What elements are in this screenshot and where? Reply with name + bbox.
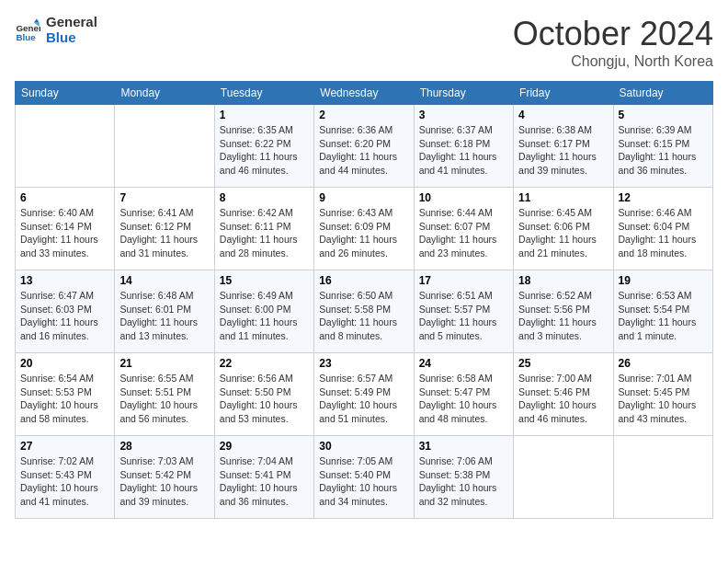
day-number: 21 xyxy=(119,357,209,370)
day-cell: 17Sunrise: 6:51 AMSunset: 5:57 PMDayligh… xyxy=(414,270,513,353)
day-cell: 15Sunrise: 6:49 AMSunset: 6:00 PMDayligh… xyxy=(214,270,313,353)
day-number: 3 xyxy=(419,109,508,121)
logo: General Blue General Blue xyxy=(15,15,97,45)
day-info: Sunrise: 7:01 AMSunset: 5:45 PMDaylight:… xyxy=(619,372,708,426)
col-thursday: Thursday xyxy=(414,82,513,105)
day-info: Sunrise: 6:37 AMSunset: 6:18 PMDaylight:… xyxy=(419,123,508,178)
day-info: Sunrise: 6:47 AMSunset: 6:03 PMDaylight:… xyxy=(20,289,109,343)
day-number: 29 xyxy=(220,440,309,453)
month-title: October 2024 xyxy=(513,15,713,53)
day-info: Sunrise: 6:53 AMSunset: 5:54 PMDaylight:… xyxy=(619,289,708,343)
day-info: Sunrise: 7:04 AMSunset: 5:41 PMDaylight:… xyxy=(220,454,309,509)
day-cell: 24Sunrise: 6:58 AMSunset: 5:47 PMDayligh… xyxy=(414,353,513,436)
week-row-4: 20Sunrise: 6:54 AMSunset: 5:53 PMDayligh… xyxy=(16,353,713,436)
day-info: Sunrise: 6:42 AMSunset: 6:11 PMDaylight:… xyxy=(220,206,309,260)
day-cell: 2Sunrise: 6:36 AMSunset: 6:20 PMDaylight… xyxy=(314,105,414,188)
day-number: 9 xyxy=(319,191,408,204)
day-cell: 28Sunrise: 7:03 AMSunset: 5:42 PMDayligh… xyxy=(115,436,214,519)
day-info: Sunrise: 6:55 AMSunset: 5:51 PMDaylight:… xyxy=(119,372,209,426)
logo-icon: General Blue xyxy=(15,17,40,43)
day-number: 15 xyxy=(220,274,309,287)
calendar-table: Sunday Monday Tuesday Wednesday Thursday… xyxy=(15,81,713,519)
day-number: 5 xyxy=(619,109,708,121)
day-number: 25 xyxy=(518,357,608,370)
day-info: Sunrise: 6:56 AMSunset: 5:50 PMDaylight:… xyxy=(220,372,309,426)
day-cell: 22Sunrise: 6:56 AMSunset: 5:50 PMDayligh… xyxy=(214,353,313,436)
col-tuesday: Tuesday xyxy=(214,82,313,105)
day-number: 26 xyxy=(619,357,708,370)
day-number: 20 xyxy=(20,357,109,370)
col-monday: Monday xyxy=(115,82,214,105)
day-cell: 19Sunrise: 6:53 AMSunset: 5:54 PMDayligh… xyxy=(613,270,712,353)
week-row-5: 27Sunrise: 7:02 AMSunset: 5:43 PMDayligh… xyxy=(16,436,713,519)
day-cell: 31Sunrise: 7:06 AMSunset: 5:38 PMDayligh… xyxy=(414,436,513,519)
location: Chongju, North Korea xyxy=(513,53,713,70)
day-cell: 3Sunrise: 6:37 AMSunset: 6:18 PMDaylight… xyxy=(414,105,513,188)
svg-text:Blue: Blue xyxy=(16,31,36,41)
day-number: 19 xyxy=(619,274,708,287)
day-cell: 1Sunrise: 6:35 AMSunset: 6:22 PMDaylight… xyxy=(214,105,313,188)
day-number: 23 xyxy=(319,357,408,370)
day-info: Sunrise: 6:51 AMSunset: 5:57 PMDaylight:… xyxy=(419,289,508,343)
day-cell: 20Sunrise: 6:54 AMSunset: 5:53 PMDayligh… xyxy=(16,353,115,436)
day-number: 2 xyxy=(319,109,408,121)
week-row-2: 6Sunrise: 6:40 AMSunset: 6:14 PMDaylight… xyxy=(16,188,713,270)
day-number: 22 xyxy=(220,357,309,370)
day-info: Sunrise: 6:36 AMSunset: 6:20 PMDaylight:… xyxy=(319,123,408,178)
day-cell: 9Sunrise: 6:43 AMSunset: 6:09 PMDaylight… xyxy=(314,188,414,270)
day-number: 4 xyxy=(518,109,608,121)
day-number: 31 xyxy=(419,440,508,453)
day-number: 28 xyxy=(119,440,209,453)
day-info: Sunrise: 7:00 AMSunset: 5:46 PMDaylight:… xyxy=(518,372,608,426)
day-number: 8 xyxy=(220,191,309,204)
day-number: 1 xyxy=(220,109,309,121)
day-cell: 16Sunrise: 6:50 AMSunset: 5:58 PMDayligh… xyxy=(314,270,414,353)
day-number: 18 xyxy=(518,274,608,287)
day-number: 17 xyxy=(419,274,508,287)
day-cell: 30Sunrise: 7:05 AMSunset: 5:40 PMDayligh… xyxy=(314,436,414,519)
day-info: Sunrise: 6:58 AMSunset: 5:47 PMDaylight:… xyxy=(419,372,508,426)
day-cell xyxy=(115,105,214,188)
day-cell: 12Sunrise: 6:46 AMSunset: 6:04 PMDayligh… xyxy=(613,188,712,270)
day-info: Sunrise: 6:57 AMSunset: 5:49 PMDaylight:… xyxy=(319,372,408,426)
title-block: October 2024 Chongju, North Korea xyxy=(513,15,713,70)
header-row: Sunday Monday Tuesday Wednesday Thursday… xyxy=(16,82,713,105)
day-info: Sunrise: 6:35 AMSunset: 6:22 PMDaylight:… xyxy=(220,123,309,178)
day-cell: 21Sunrise: 6:55 AMSunset: 5:51 PMDayligh… xyxy=(115,353,214,436)
col-sunday: Sunday xyxy=(16,82,115,105)
day-number: 27 xyxy=(20,440,109,453)
day-info: Sunrise: 6:48 AMSunset: 6:01 PMDaylight:… xyxy=(119,289,209,343)
day-number: 16 xyxy=(319,274,408,287)
day-number: 30 xyxy=(319,440,408,453)
day-number: 6 xyxy=(20,191,109,204)
day-info: Sunrise: 6:43 AMSunset: 6:09 PMDaylight:… xyxy=(319,206,408,260)
day-info: Sunrise: 7:02 AMSunset: 5:43 PMDaylight:… xyxy=(20,454,109,509)
day-cell: 10Sunrise: 6:44 AMSunset: 6:07 PMDayligh… xyxy=(414,188,513,270)
day-cell: 23Sunrise: 6:57 AMSunset: 5:49 PMDayligh… xyxy=(314,353,414,436)
day-info: Sunrise: 6:50 AMSunset: 5:58 PMDaylight:… xyxy=(319,289,408,343)
day-cell: 26Sunrise: 7:01 AMSunset: 5:45 PMDayligh… xyxy=(613,353,712,436)
day-cell: 11Sunrise: 6:45 AMSunset: 6:06 PMDayligh… xyxy=(514,188,613,270)
day-info: Sunrise: 6:39 AMSunset: 6:15 PMDaylight:… xyxy=(619,123,708,178)
week-row-1: 1Sunrise: 6:35 AMSunset: 6:22 PMDaylight… xyxy=(16,105,713,188)
day-info: Sunrise: 7:05 AMSunset: 5:40 PMDaylight:… xyxy=(319,454,408,509)
day-cell: 5Sunrise: 6:39 AMSunset: 6:15 PMDaylight… xyxy=(613,105,712,188)
day-info: Sunrise: 6:52 AMSunset: 5:56 PMDaylight:… xyxy=(518,289,608,343)
day-info: Sunrise: 6:45 AMSunset: 6:06 PMDaylight:… xyxy=(518,206,608,260)
day-number: 11 xyxy=(518,191,608,204)
day-cell: 14Sunrise: 6:48 AMSunset: 6:01 PMDayligh… xyxy=(115,270,214,353)
day-number: 14 xyxy=(119,274,209,287)
col-friday: Friday xyxy=(514,82,613,105)
week-row-3: 13Sunrise: 6:47 AMSunset: 6:03 PMDayligh… xyxy=(16,270,713,353)
logo-line1: General xyxy=(46,15,97,30)
day-cell: 13Sunrise: 6:47 AMSunset: 6:03 PMDayligh… xyxy=(16,270,115,353)
day-info: Sunrise: 6:41 AMSunset: 6:12 PMDaylight:… xyxy=(119,206,209,260)
day-number: 10 xyxy=(419,191,508,204)
day-number: 13 xyxy=(20,274,109,287)
day-number: 7 xyxy=(119,191,209,204)
day-info: Sunrise: 6:49 AMSunset: 6:00 PMDaylight:… xyxy=(220,289,309,343)
day-cell: 25Sunrise: 7:00 AMSunset: 5:46 PMDayligh… xyxy=(514,353,613,436)
page-header: General Blue General Blue October 2024 C… xyxy=(15,15,713,70)
day-cell: 8Sunrise: 6:42 AMSunset: 6:11 PMDaylight… xyxy=(214,188,313,270)
day-cell: 7Sunrise: 6:41 AMSunset: 6:12 PMDaylight… xyxy=(115,188,214,270)
